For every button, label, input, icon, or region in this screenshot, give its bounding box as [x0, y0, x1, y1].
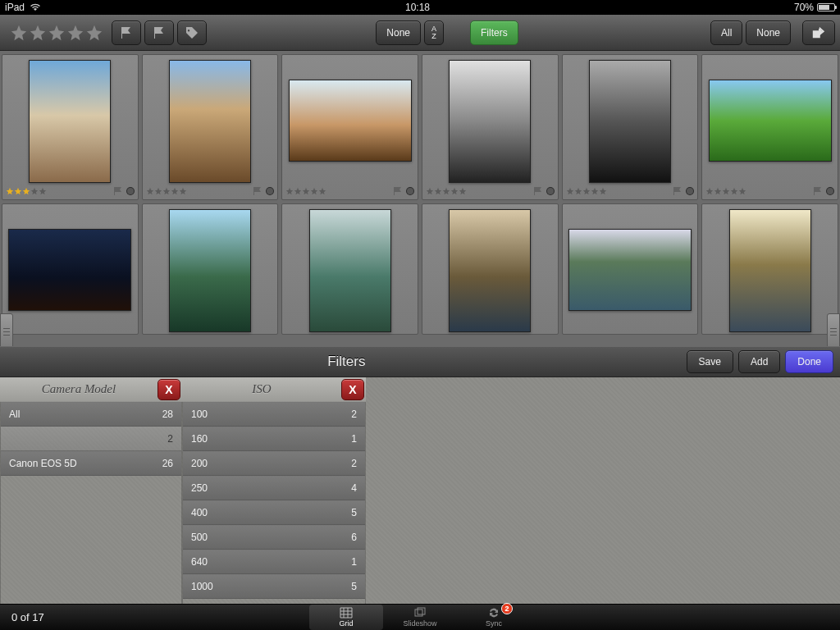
- filter-row[interactable]: 5006: [183, 525, 365, 550]
- grid-cell[interactable]: [142, 203, 279, 335]
- filter-row[interactable]: 1601: [183, 427, 365, 451]
- photo-thumbnail[interactable]: [568, 229, 692, 311]
- star-icon: [6, 187, 14, 195]
- grid-cell[interactable]: [2, 203, 139, 335]
- flag-pick-button[interactable]: [112, 21, 141, 45]
- photo-thumbnail[interactable]: [29, 60, 111, 183]
- filter-row-name: 1000: [191, 581, 213, 592]
- photo-thumbnail[interactable]: [709, 80, 832, 162]
- grid-cell[interactable]: [562, 203, 699, 335]
- filter-row-count: 2: [351, 458, 357, 469]
- share-button[interactable]: [802, 21, 835, 45]
- flag-reject-button[interactable]: [144, 21, 174, 45]
- grid-cell[interactable]: [562, 54, 699, 200]
- filter-row[interactable]: 2504: [183, 476, 365, 500]
- filter-close-camera[interactable]: X: [158, 379, 180, 400]
- star-icon[interactable]: [85, 24, 103, 42]
- photo-thumbnail[interactable]: [289, 80, 412, 162]
- star-icon: [146, 187, 154, 195]
- svg-rect-0: [415, 609, 422, 616]
- tabbar: 0 of 17 Grid Slideshow 2 Sync: [0, 604, 840, 630]
- clock: 10:18: [41, 2, 794, 13]
- left-panel-handle[interactable]: [0, 313, 13, 346]
- grid-cell[interactable]: [281, 203, 418, 335]
- filter-row[interactable]: 2002: [183, 451, 365, 476]
- tab-slideshow[interactable]: Slideshow: [383, 605, 457, 630]
- right-panel-handle[interactable]: [827, 313, 840, 346]
- flag-icon: [152, 25, 167, 40]
- filter-row-name: 200: [191, 458, 208, 469]
- grid-cell[interactable]: [422, 203, 559, 335]
- photo-thumbnail[interactable]: [169, 60, 251, 183]
- tab-slideshow-label: Slideshow: [403, 619, 436, 628]
- filter-close-iso[interactable]: X: [341, 379, 364, 400]
- tab-sync[interactable]: 2 Sync: [457, 605, 531, 630]
- photo-thumbnail[interactable]: [589, 60, 671, 183]
- sort-az-button[interactable]: AZ: [424, 21, 444, 45]
- filter-row[interactable]: 6401: [183, 550, 365, 574]
- star-icon[interactable]: [29, 24, 47, 42]
- color-label-dot: [826, 187, 834, 195]
- grid-cell[interactable]: [422, 54, 559, 200]
- star-icon: [566, 187, 574, 195]
- star-icon: [714, 187, 722, 195]
- grid-cell[interactable]: [701, 203, 838, 335]
- filter-row-name: 500: [191, 532, 208, 543]
- filter-row[interactable]: 2: [1, 427, 181, 451]
- filter-row[interactable]: 1002: [183, 402, 365, 427]
- device-label: iPad: [5, 2, 25, 13]
- filter-row-name: 640: [191, 556, 208, 568]
- filter-row[interactable]: 4005: [183, 500, 365, 525]
- filters-save-button[interactable]: Save: [687, 350, 733, 373]
- grid-cell[interactable]: [2, 54, 139, 200]
- filters-add-button[interactable]: Add: [738, 350, 780, 373]
- star-icon[interactable]: [66, 24, 84, 42]
- star-icon: [285, 187, 294, 195]
- photo-thumbnail[interactable]: [729, 209, 811, 332]
- grid-cell[interactable]: [281, 54, 418, 200]
- star-icon: [14, 187, 22, 195]
- tab-grid[interactable]: Grid: [309, 605, 383, 630]
- filter-row-name: 160: [191, 433, 208, 445]
- photo-thumbnail[interactable]: [309, 209, 391, 332]
- star-icon: [434, 187, 442, 195]
- filter-row-count: 4: [351, 482, 357, 494]
- star-icon: [574, 187, 582, 195]
- filter-row[interactable]: Canon EOS 5D26: [1, 451, 181, 476]
- star-icon: [154, 187, 162, 195]
- filter-heading-camera: Camera Model: [0, 382, 158, 396]
- tag-button[interactable]: [177, 21, 207, 45]
- filter-row-count: 5: [351, 507, 357, 518]
- sort-none-button[interactable]: None: [376, 21, 421, 45]
- star-icon: [294, 187, 302, 195]
- star-icon[interactable]: [10, 24, 28, 42]
- grid-cell[interactable]: [142, 54, 279, 200]
- star-icon: [442, 187, 450, 195]
- grid-cell[interactable]: [701, 54, 838, 200]
- filter-row-name: 250: [191, 482, 208, 494]
- battery-icon: [817, 3, 835, 11]
- photo-thumbnail[interactable]: [449, 209, 531, 332]
- star-icon: [738, 187, 746, 195]
- star-icon: [318, 187, 326, 195]
- flag-icon: [393, 187, 403, 195]
- star-icon: [22, 187, 30, 195]
- star-icon: [730, 187, 738, 195]
- star-icon: [705, 187, 714, 195]
- share-icon: [811, 25, 826, 40]
- status-bar: iPad 10:18 70%: [0, 0, 840, 15]
- filters-button[interactable]: Filters: [470, 21, 518, 45]
- star-icon: [459, 187, 467, 195]
- photo-thumbnail[interactable]: [8, 229, 131, 311]
- filter-row[interactable]: 10005: [183, 574, 365, 599]
- select-all-button[interactable]: All: [710, 21, 742, 45]
- rating-control[interactable]: [5, 24, 108, 42]
- tab-sync-label: Sync: [486, 619, 502, 628]
- filter-row[interactable]: All28: [1, 402, 181, 427]
- filters-done-button[interactable]: Done: [785, 350, 833, 373]
- select-none-button[interactable]: None: [746, 21, 791, 45]
- star-icon[interactable]: [48, 24, 66, 42]
- filters-panel: Filters Save Add Done Camera Model X All…: [0, 346, 840, 604]
- photo-thumbnail[interactable]: [169, 209, 251, 332]
- photo-thumbnail[interactable]: [449, 60, 531, 183]
